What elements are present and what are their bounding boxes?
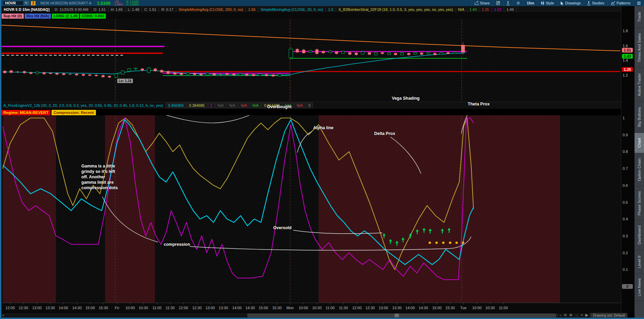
chart-header-item[interactable]: 1.5 bbox=[326, 7, 336, 12]
time-tick bbox=[277, 303, 277, 304]
time-tick bbox=[50, 303, 51, 304]
indicator-axis-label: 0.8 bbox=[623, 149, 628, 154]
time-label: Mon bbox=[283, 306, 298, 310]
study-value: N/A bbox=[294, 103, 305, 108]
chart-header-item[interactable]: 1.43 bbox=[467, 7, 479, 12]
chart-header-item[interactable]: 1.56 bbox=[246, 7, 258, 12]
price-axis-label: 1.2 bbox=[623, 73, 628, 77]
chart-nav-control-icon[interactable]: ⌖ bbox=[581, 313, 583, 317]
side-tab-dashboard[interactable]: Dashboard bbox=[635, 220, 644, 250]
price-axis[interactable]: 1.81.61.41.21.511.431.2510.90.80.70.60.5… bbox=[621, 6, 635, 313]
time-tick bbox=[330, 303, 330, 304]
gear-icon[interactable] bbox=[513, 0, 523, 6]
chart-nav-control-icon[interactable]: ‹ bbox=[557, 313, 558, 317]
toolbar-button-share[interactable]: Share bbox=[471, 0, 493, 6]
note-icon[interactable] bbox=[493, 0, 503, 6]
time-label: Tue bbox=[456, 306, 471, 310]
flask-icon[interactable] bbox=[503, 0, 513, 6]
time-tick bbox=[423, 303, 424, 304]
price-axis-label: 1.8 bbox=[623, 29, 628, 33]
side-tab-active-trader[interactable]: Active Trader bbox=[635, 68, 644, 102]
side-tab-live-news[interactable]: Live News bbox=[635, 274, 644, 301]
chart-header-item[interactable]: 1.52 bbox=[492, 7, 504, 12]
side-tab-phase-scores[interactable]: Phase Scores bbox=[635, 186, 644, 220]
time-label: 12:30 bbox=[16, 306, 31, 310]
side-tab-times-and-sales[interactable]: Times And Sales bbox=[635, 28, 644, 68]
side-tab-chart[interactable]: Chart bbox=[635, 133, 644, 153]
symbol-input[interactable]: HOVR ▾ bbox=[3, 1, 29, 5]
indicator-pane[interactable] bbox=[1, 115, 621, 303]
time-label: 14:00 bbox=[403, 306, 418, 310]
toolbar-button-style[interactable]: Style bbox=[537, 0, 557, 6]
chart-nav-control-icon[interactable]: ⊖ bbox=[564, 313, 567, 317]
time-label: 10:30 bbox=[136, 306, 151, 310]
chevron-down-icon[interactable]: ▾ bbox=[23, 1, 29, 5]
toolbar-button-drawings[interactable]: Drawings bbox=[557, 0, 584, 6]
chart-header-item[interactable]: S_B2BomberStrat_02F18 (18, 1.0, 0.5, 3, … bbox=[336, 7, 456, 12]
time-tick bbox=[130, 303, 130, 304]
price-axis-label: 1.4 bbox=[623, 58, 628, 62]
scrollbar-handle[interactable] bbox=[395, 314, 399, 317]
time-label: 12:30 bbox=[363, 306, 378, 310]
chart-nav-control-icon[interactable]: ▶ bbox=[585, 313, 588, 317]
side-tab-trade[interactable]: Trade bbox=[635, 6, 644, 28]
time-tick bbox=[210, 303, 210, 304]
time-label: 15:30 bbox=[96, 306, 111, 310]
gear-icon bbox=[516, 1, 520, 5]
bid-ask-block: B: 1.5100 A: 1.5300 bbox=[126, 0, 139, 6]
chart-header-item: C: 1.51 bbox=[142, 7, 159, 12]
toolbar-button-studies[interactable]: Studies bbox=[584, 0, 607, 6]
note-icon bbox=[496, 1, 500, 5]
indicator-axis-label: 1 bbox=[623, 116, 625, 120]
regime-badge: Regime: MEAN-REVERT bbox=[1, 110, 51, 115]
drawing-set-selector[interactable]: Drawing set: Default bbox=[590, 313, 627, 317]
study-label[interactable]: A_ProxEngineV2_12b (20, 3, 20, 2.0, 0.8,… bbox=[1, 103, 165, 107]
chart-nav-control-icon[interactable]: ⊕ bbox=[569, 313, 572, 317]
time-tick bbox=[103, 303, 104, 304]
study-value: N/A bbox=[215, 103, 226, 108]
study-value: N/A bbox=[283, 103, 294, 108]
time-label: 13:00 bbox=[376, 306, 391, 310]
time-label: 10:00 bbox=[296, 306, 311, 310]
time-axis[interactable]: 12:0012:3013:0013:3014:0014:3015:0015:30… bbox=[1, 303, 621, 313]
list-icon[interactable] bbox=[633, 0, 644, 6]
time-label: 15:00 bbox=[256, 306, 271, 310]
time-label: 13:30 bbox=[216, 306, 231, 310]
chart-header-item: H: 1.65 bbox=[108, 7, 125, 12]
time-tick bbox=[23, 303, 24, 304]
chart-header-item[interactable]: 1.25 bbox=[479, 7, 491, 12]
horizontal-scrollbar[interactable]: ◂ bbox=[1, 313, 621, 318]
price-chart-pane[interactable] bbox=[1, 19, 621, 102]
regime-badge-row: Regime: MEAN-REVERTCompression: Recent bbox=[1, 109, 621, 115]
toolbar-button-15m[interactable]: 15m bbox=[523, 0, 537, 6]
time-label: 10:00 bbox=[123, 306, 138, 310]
indicator-axis-label: 0.6 bbox=[623, 183, 628, 187]
study-value: N/A bbox=[238, 103, 249, 108]
side-tab-option-chain[interactable]: Option Chain bbox=[635, 153, 644, 186]
time-label: 12:30 bbox=[189, 306, 204, 310]
chart-header-item[interactable]: SimpleMovingAvg (CLOSE, 200, 0, no) bbox=[176, 7, 246, 12]
time-tick bbox=[370, 303, 370, 304]
scroll-left-arrow-icon[interactable]: ◂ bbox=[2, 314, 4, 317]
chart-header-item[interactable]: 1.49 bbox=[504, 7, 516, 12]
study-value: 0.014483 bbox=[262, 103, 282, 108]
toolbar-button-patterns[interactable]: Patterns bbox=[607, 0, 633, 6]
time-tick bbox=[357, 303, 357, 304]
thinkorswim-window: HOVR ▾ 2 NEW HORIZON AIRCRAFT A 1.5100 -… bbox=[0, 0, 644, 319]
side-tab-big-buttons[interactable]: Big Buttons bbox=[635, 102, 644, 133]
change-percent: -1.95% bbox=[114, 3, 123, 6]
chart-nav-control-icon[interactable]: › bbox=[560, 313, 562, 317]
time-tick bbox=[90, 303, 90, 304]
time-tick bbox=[437, 303, 437, 304]
time-tick bbox=[463, 303, 464, 304]
chart-header-item[interactable]: SimpleMovingAvg (CLOSE, 20, 0, no) bbox=[258, 7, 326, 12]
chart-header-item: L: 1.48 bbox=[125, 7, 142, 12]
strategy-badge: LONG @ 1.49 bbox=[52, 14, 79, 19]
link-number-badge[interactable]: 2 bbox=[31, 1, 36, 5]
time-tick bbox=[197, 303, 197, 304]
indicator-axis-label: 0.7 bbox=[623, 166, 628, 171]
chart-nav-control-icon[interactable]: ⇔ bbox=[575, 313, 579, 317]
side-tab-level-ii[interactable]: Level II bbox=[635, 250, 644, 274]
chart-header-item[interactable]: N/A bbox=[456, 7, 467, 12]
scrollbar-thumb[interactable] bbox=[247, 314, 556, 317]
